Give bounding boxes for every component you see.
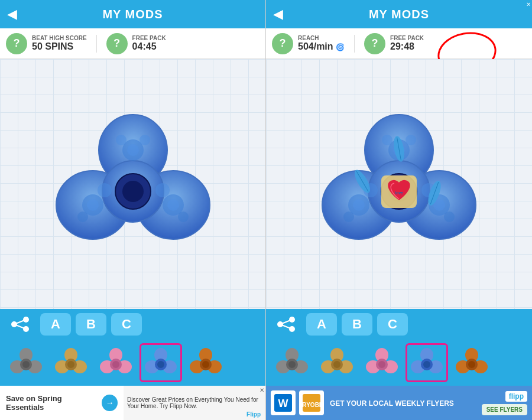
ad-right-text-left: Discover Great Prices on Everything You …	[127, 396, 262, 409]
bottom-tabs-left: A B C	[0, 309, 265, 340]
svg-point-32	[67, 361, 74, 368]
fidget-area-left[interactable]	[0, 59, 265, 309]
tab-a-left[interactable]: A	[40, 313, 71, 336]
bottom-tabs-right: A B C	[266, 309, 532, 340]
carousel-item-gray-left[interactable]	[5, 343, 47, 382]
stat-icon-right-1: ?	[272, 33, 293, 54]
svg-point-27	[22, 361, 30, 368]
svg-text:love: love	[395, 191, 403, 195]
stat-divider-left	[96, 35, 97, 53]
ad-title-left: Save on Spring Essentials	[6, 394, 97, 412]
tab-share-right[interactable]	[271, 313, 301, 336]
svg-point-42	[157, 361, 164, 368]
carousel-item-orange-left[interactable]	[184, 343, 227, 382]
carousel-item-blue-left[interactable]	[140, 343, 182, 382]
svg-point-11	[127, 144, 139, 156]
ad-logo-right: W	[271, 390, 296, 415]
svg-text:W: W	[278, 398, 288, 409]
svg-point-65	[406, 135, 416, 145]
header-title-right: MY MODS	[369, 8, 429, 21]
tab-a-right[interactable]: A	[306, 313, 337, 336]
svg-point-47	[202, 361, 209, 368]
tab-b-right[interactable]: B	[342, 313, 372, 336]
fidget-area-right[interactable]: love	[266, 59, 532, 309]
stat-icon-left-2: ?	[106, 33, 128, 54]
svg-point-9	[167, 199, 179, 211]
header-left: ◀ MY MODS	[0, 0, 265, 28]
spinner-left	[50, 102, 216, 267]
svg-point-55	[353, 199, 365, 211]
carousel-item-gray-right[interactable]	[271, 343, 313, 382]
svg-point-98	[423, 361, 430, 368]
svg-point-15	[178, 211, 189, 222]
spinner-carousel-right	[266, 340, 532, 386]
stat-value-2: 04:45	[132, 41, 166, 52]
carousel-item-pink-left[interactable]	[95, 343, 137, 382]
svg-point-103	[468, 361, 475, 368]
screen-left: ◀ MY MODS ? BEAT HIGH SCORE 50 SPINS ? F…	[0, 0, 266, 420]
stat-free-pack-right: ? FREE PACK 29:48	[364, 33, 424, 54]
svg-point-7	[87, 199, 99, 211]
stat-reach: ? REACH 504/min 🌀	[272, 33, 345, 54]
svg-point-13	[77, 211, 88, 222]
svg-text:RYOBI: RYOBI	[303, 402, 320, 408]
stat-label-free-pack-right: FREE PACK	[390, 35, 424, 41]
stat-label-reach: REACH	[298, 35, 345, 41]
stat-value-1: 50 SPINS	[32, 41, 87, 52]
stat-icon-right-2: ?	[364, 33, 385, 54]
ad-close-left[interactable]: ✕	[259, 387, 264, 393]
carousel-item-gold-right[interactable]	[316, 343, 358, 382]
spinner-carousel-left	[0, 340, 265, 386]
spinner-right: love	[316, 102, 482, 267]
ad-right-title: GET YOUR LOCAL WEEKLY FLYERS	[330, 399, 454, 408]
stat-value-reach: 504/min 🌀	[298, 41, 345, 52]
tab-share-left[interactable]	[5, 313, 35, 336]
stat-free-pack-left: ? FREE PACK 04:45	[106, 33, 166, 54]
svg-point-37	[112, 361, 119, 368]
svg-point-17	[140, 135, 150, 145]
svg-point-83	[288, 361, 296, 368]
stat-beat-high-score: ? BEAT HIGH SCORE 50 SPINS	[6, 33, 87, 54]
ad-logo2-right: RYOBI	[299, 390, 324, 415]
carousel-item-orange-right[interactable]	[450, 343, 493, 382]
back-button-left[interactable]: ◀	[7, 6, 17, 22]
ad-arrow-left[interactable]: →	[102, 395, 118, 411]
tab-c-left[interactable]: C	[111, 313, 142, 336]
screens-container: ◀ MY MODS ? BEAT HIGH SCORE 50 SPINS ? F…	[0, 0, 532, 420]
screen-right: ◀ MY MODS ? REACH 504/min 🌀 ? FREE PACK	[266, 0, 532, 420]
svg-point-64	[382, 135, 392, 145]
back-button-right[interactable]: ◀	[273, 6, 283, 22]
svg-point-12	[98, 183, 112, 197]
ad-banner-left: Save on Spring Essentials → Discover Gre…	[0, 386, 265, 420]
header-right: ◀ MY MODS	[266, 0, 532, 28]
see-flyers-button[interactable]: SEE FLYERS	[482, 404, 527, 415]
svg-point-63	[444, 211, 455, 222]
stat-value-free-pack-right: 29:48	[390, 41, 424, 52]
svg-point-93	[378, 361, 385, 368]
header-title-left: MY MODS	[102, 8, 163, 21]
ad-banner-right: W RYOBI GET YOUR LOCAL WEEKLY FLYERS fli…	[266, 386, 532, 420]
ad-brand-left: Flipp	[246, 411, 261, 418]
svg-point-88	[333, 361, 340, 368]
stats-bar-left: ? BEAT HIGH SCORE 50 SPINS ? FREE PACK 0…	[0, 28, 265, 59]
carousel-item-gold-left[interactable]	[50, 343, 92, 382]
tab-b-left[interactable]: B	[76, 313, 106, 336]
stat-divider-right	[354, 35, 355, 53]
stat-icon-left-1: ?	[6, 33, 27, 54]
carousel-item-pink-right[interactable]	[361, 343, 403, 382]
stat-label-2: FREE PACK	[132, 35, 166, 41]
svg-point-16	[116, 135, 126, 145]
stats-bar-right: ? REACH 504/min 🌀 ? FREE PACK 29:48	[266, 28, 532, 59]
ad-right-left: Discover Great Prices on Everything You …	[124, 386, 265, 420]
svg-point-61	[343, 211, 354, 222]
tab-c-right[interactable]: C	[377, 313, 408, 336]
svg-point-5	[122, 181, 144, 202]
carousel-item-blue-right[interactable]	[406, 343, 448, 382]
svg-point-14	[155, 183, 170, 197]
stat-label-1: BEAT HIGH SCORE	[32, 35, 87, 41]
flipp-logo: flipp	[505, 391, 527, 402]
